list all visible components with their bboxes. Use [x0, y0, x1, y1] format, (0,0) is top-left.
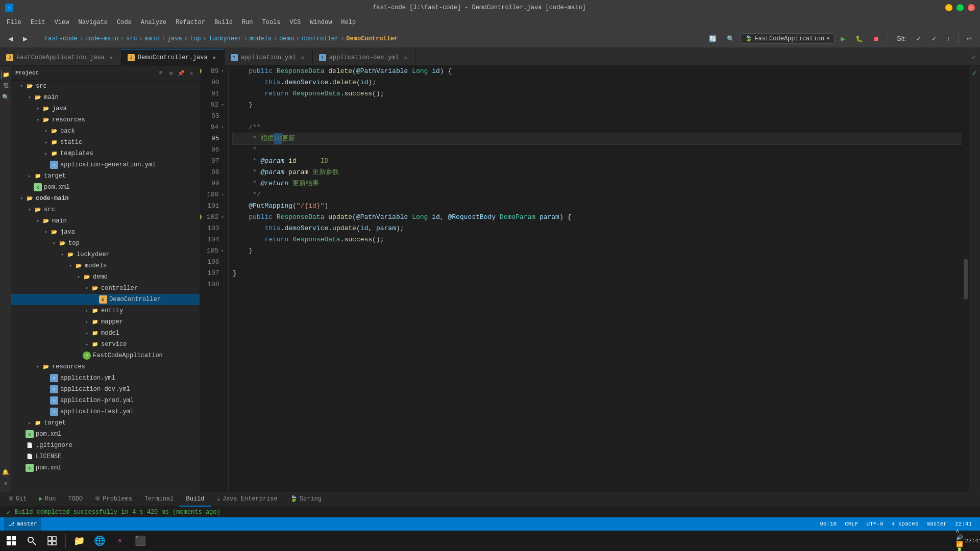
bottom-tab-todo[interactable]: TODO	[62, 492, 89, 507]
tree-app-gen-yml[interactable]: Y application-generation.yml	[11, 159, 200, 170]
strip-project-icon[interactable]: 📁	[1, 70, 10, 79]
tree-models[interactable]: 📂 models	[11, 260, 200, 271]
tree-democontroller[interactable]: C DemoController	[11, 294, 200, 305]
tree-close[interactable]: ✕	[187, 69, 195, 77]
editor-content[interactable]: public ResponseData delete(@PathVariable…	[229, 66, 962, 492]
tree-gitignore[interactable]: 📄 .gitignore	[11, 440, 200, 451]
strip-structure-icon[interactable]: 🏗	[1, 81, 10, 90]
tree-target-2[interactable]: 📁 target	[11, 417, 200, 429]
run-button[interactable]: ▶	[837, 34, 849, 43]
menu-refactor[interactable]: Refactor	[172, 18, 209, 27]
close-button[interactable]: ✕	[968, 4, 975, 11]
status-vcs[interactable]: master	[922, 517, 951, 531]
tree-demo[interactable]: 📂 demo	[11, 271, 200, 283]
menu-run[interactable]: Run	[238, 18, 257, 27]
tab-democontroller-close[interactable]: ✕	[211, 54, 218, 61]
tree-entity[interactable]: 📁 entity	[11, 305, 200, 316]
menu-help[interactable]: Help	[337, 18, 360, 27]
vcs-push-button[interactable]: ↑	[943, 34, 954, 43]
strip-notifications-icon[interactable]: 🔔	[1, 467, 10, 477]
minimize-button[interactable]: ─	[945, 4, 952, 11]
menu-navigate[interactable]: Navigate	[74, 18, 112, 27]
tree-main-1[interactable]: 📂 main	[11, 92, 200, 103]
gutter-fold-89[interactable]: ▾	[220, 66, 224, 77]
taskbar-taskview[interactable]	[43, 532, 61, 550]
tree-app-dev-yml[interactable]: Y application-dev.yml	[11, 384, 200, 395]
tree-controller[interactable]: 📂 controller	[11, 283, 200, 294]
scrollbar-thumb[interactable]	[964, 259, 968, 299]
strip-search-icon[interactable]: 🔍	[1, 92, 10, 102]
tree-back[interactable]: 📂 back	[11, 126, 200, 137]
tree-pom-top[interactable]: X pom.xml	[11, 429, 200, 440]
taskbar-terminal[interactable]: ⬛	[131, 532, 150, 550]
status-git-branch[interactable]: ⎇ master	[4, 517, 41, 531]
tree-target-1[interactable]: 📁 target	[11, 170, 200, 182]
menu-code[interactable]: Code	[113, 18, 136, 27]
tab-fastcode[interactable]: J FastCodeApplication.java ✕	[0, 49, 121, 65]
breadcrumb-java[interactable]: java	[167, 35, 182, 42]
menu-edit[interactable]: Edit	[27, 18, 50, 27]
breadcrumb-code-main[interactable]: code-main	[85, 35, 118, 42]
toolbar-undo-button[interactable]: ↩	[963, 34, 976, 43]
bottom-tab-spring[interactable]: 🍃 Spring	[284, 492, 328, 507]
breadcrumb-luckydeer[interactable]: luckydeer	[209, 35, 242, 42]
taskbar-start[interactable]	[2, 532, 20, 550]
menu-file[interactable]: File	[3, 18, 26, 27]
toolbar-sync-button[interactable]: 🔄	[705, 34, 721, 43]
tree-java-2[interactable]: 📂 java	[11, 227, 200, 238]
tab-checkmark[interactable]: ✓	[968, 49, 980, 65]
bottom-tab-run[interactable]: ▶ Run	[33, 492, 62, 507]
tree-settings[interactable]: ⚙	[167, 69, 175, 77]
tree-code-main[interactable]: 📂 code-main	[11, 193, 200, 204]
toolbar-search-button[interactable]: 🔍	[723, 34, 739, 43]
maximize-button[interactable]: □	[957, 4, 964, 11]
bottom-tab-build[interactable]: Build	[180, 492, 210, 507]
git-button[interactable]: Git:	[892, 34, 910, 43]
breadcrumb-src[interactable]: src	[126, 35, 137, 42]
run-config[interactable]: 🍃 FastCodeApplication ▾	[741, 33, 835, 44]
tree-java-1[interactable]: 📂 java	[11, 103, 200, 114]
breadcrumb-demo[interactable]: demo	[279, 35, 294, 42]
tree-pin[interactable]: 📌	[177, 69, 185, 77]
tab-appdevyml[interactable]: Y application-dev.yml ✕	[313, 49, 416, 65]
breadcrumb-fast-code[interactable]: fast-code	[44, 35, 78, 42]
tree-app-test-yml[interactable]: Y application-test.yml	[11, 406, 200, 417]
breadcrumb-controller[interactable]: controller	[302, 35, 338, 42]
status-line-ending[interactable]: CRLF	[841, 517, 862, 531]
tree-pom-1[interactable]: X pom.xml	[11, 182, 200, 193]
tree-src-1[interactable]: 📂 src	[11, 81, 200, 92]
gutter-fold-94[interactable]: ▾	[220, 122, 224, 133]
menu-window[interactable]: Window	[306, 18, 336, 27]
strip-settings-icon[interactable]: ⚙	[1, 479, 10, 488]
breadcrumb-top[interactable]: top	[190, 35, 201, 42]
gutter-fold-100[interactable]: ▾	[220, 189, 224, 201]
menu-tools[interactable]: Tools	[258, 18, 285, 27]
tab-democontroller[interactable]: J DemoController.java ✕	[121, 49, 225, 65]
vcs-update-button[interactable]: ✓	[912, 34, 925, 43]
tree-luckydeer[interactable]: 📂 luckydeer	[11, 249, 200, 260]
menu-view[interactable]: View	[51, 18, 74, 27]
gutter-fold-92[interactable]: ▾	[220, 99, 224, 111]
tree-model[interactable]: 📁 model	[11, 328, 200, 339]
tree-src-2[interactable]: 📂 src	[11, 204, 200, 215]
menu-build[interactable]: Build	[210, 18, 237, 27]
tree-templates[interactable]: 📁 templates	[11, 148, 200, 159]
stop-button[interactable]: ⏹	[869, 34, 884, 43]
breadcrumb-models[interactable]: models	[250, 35, 272, 42]
status-indent[interactable]: 4 spaces	[888, 517, 923, 531]
tab-appyml-close[interactable]: ✕	[299, 54, 306, 61]
tree-resources-1[interactable]: 📂 resources	[11, 114, 200, 126]
tab-fastcode-close[interactable]: ✕	[108, 54, 115, 61]
vcs-commit-button[interactable]: ✓	[927, 34, 941, 43]
tree-static[interactable]: 📁 static	[11, 137, 200, 148]
tree-app-yml[interactable]: Y application.yml	[11, 372, 200, 384]
bottom-tab-git[interactable]: ⑨ Git	[2, 492, 33, 507]
taskbar-intellij[interactable]: ⚡	[111, 532, 129, 550]
gutter-fold-102[interactable]: ▾	[220, 212, 224, 223]
taskbar-search[interactable]	[22, 532, 41, 550]
tree-license[interactable]: 📄 LICENSE	[11, 451, 200, 462]
breadcrumb-main[interactable]: main	[145, 35, 160, 42]
bottom-tab-java-enterprise[interactable]: ☕ Java Enterprise	[211, 492, 284, 507]
tree-pom-root[interactable]: X pom.xml	[11, 462, 200, 473]
bottom-tab-terminal[interactable]: Terminal	[138, 492, 180, 507]
